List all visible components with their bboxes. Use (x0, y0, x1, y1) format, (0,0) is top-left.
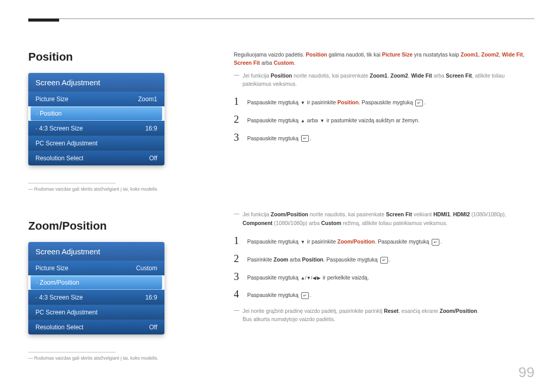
menu-value: 16:9 (145, 294, 157, 301)
menu-row-position[interactable]: ·Position (30, 106, 162, 121)
page-number: 99 (519, 364, 534, 381)
top-rule (28, 18, 534, 19)
footnote-1: Rodomas vaizdas gali skirtis atsižvelgia… (28, 186, 175, 192)
footnote-2: Rodomas vaizdas gali skirtis atsižvelgia… (28, 356, 175, 361)
menu-label: ·4:3 Screen Size (35, 294, 83, 301)
menu-label: ·4:3 Screen Size (35, 125, 83, 132)
step-2: 2 Pasirinkite Zoom arba Position. Paspau… (234, 253, 534, 264)
enter-icon: ↵ (432, 239, 439, 246)
menu-value: 16:9 (145, 125, 157, 132)
enter-icon: ↵ (380, 257, 388, 264)
menu-panel-zoom-position: Screen Adjustment Picture Size Custom ·Z… (28, 242, 164, 334)
step-1: 1 Paspauskite mygtuką ▼ ir pasirinkite Z… (234, 235, 534, 246)
left-column: Position Screen Adjustment Picture Size … (28, 50, 175, 361)
steps-zoom-position: 1 Paspauskite mygtuką ▼ ir pasirinkite Z… (234, 235, 534, 300)
steps-position: 1 Paspauskite mygtuką ▼ ir pasirinkite P… (234, 96, 534, 142)
arrows-icon: ▲/▼/◀/▶ (301, 274, 321, 282)
menu-row-43[interactable]: ·4:3 Screen Size 16:9 (28, 121, 164, 136)
note-3: ― Jei norite grąžinti pradinę vaizdo pad… (234, 307, 534, 324)
menu-header: Screen Adjustment (28, 73, 164, 91)
step-3: 3 Paspauskite mygtuką ↵. (234, 132, 534, 143)
footnote-rule (28, 352, 116, 352)
menu-label: Resolution Select (35, 324, 83, 331)
menu-label: Picture Size (35, 96, 68, 103)
menu-row-pc[interactable]: PC Screen Adjustment (28, 305, 164, 320)
down-icon: ▼ (301, 238, 305, 246)
step-3: 3 Paspauskite mygtuką ▲/▼/◀/▶ ir perkelk… (234, 271, 534, 282)
menu-value: Custom (136, 265, 157, 272)
menu-row-zoom-position[interactable]: ·Zoom/Position (30, 275, 162, 290)
menu-header: Screen Adjustment (28, 242, 164, 260)
note-1: ― Jei funkcija Position norite naudotis,… (234, 71, 534, 88)
dash-icon: ― (234, 307, 239, 324)
title-zoom-position: Zoom/Position (28, 219, 175, 233)
right-column: Reguliuojama vaizdo padėtis. Position ga… (234, 50, 534, 324)
dash-icon: ― (234, 71, 239, 88)
footnote-rule (28, 183, 116, 183)
menu-label: Resolution Select (35, 155, 83, 162)
menu-value: Off (149, 324, 157, 331)
title-position: Position (28, 50, 175, 64)
dash-icon: ― (234, 210, 239, 227)
step-2: 2 Paspauskite mygtuką ▲ arba ▼ ir pastum… (234, 114, 534, 125)
up-icon: ▲ (301, 117, 305, 124)
menu-panel-position: Screen Adjustment Picture Size Zoom1 ·Po… (28, 73, 164, 165)
menu-row-pc[interactable]: PC Screen Adjustment (28, 136, 164, 151)
menu-label: Picture Size (35, 265, 68, 272)
menu-row-resolution[interactable]: Resolution Select Off (28, 151, 164, 165)
menu-label: ·Position (36, 110, 62, 117)
menu-label: PC Screen Adjustment (35, 309, 98, 316)
menu-value: Off (149, 155, 157, 162)
intro-para: Reguliuojama vaizdo padėtis. Position ga… (234, 50, 534, 67)
down-icon: ▼ (320, 117, 325, 124)
menu-label: ·Zoom/Position (36, 279, 79, 286)
menu-row-picture-size[interactable]: Picture Size Zoom1 (28, 91, 164, 106)
menu-row-43[interactable]: ·4:3 Screen Size 16:9 (28, 290, 164, 305)
step-4: 4 Paspauskite mygtuką ↵. (234, 289, 534, 300)
top-accent (28, 18, 59, 22)
down-icon: ▼ (301, 99, 305, 106)
menu-label: PC Screen Adjustment (35, 140, 98, 147)
note-2: ― Jei funkcija Zoom/Position norite naud… (234, 210, 534, 227)
menu-row-resolution[interactable]: Resolution Select Off (28, 320, 164, 334)
menu-value: Zoom1 (138, 96, 157, 103)
menu-row-picture-size[interactable]: Picture Size Custom (28, 260, 164, 275)
step-1: 1 Paspauskite mygtuką ▼ ir pasirinkite P… (234, 96, 534, 107)
enter-icon: ↵ (301, 135, 309, 142)
enter-icon: ↵ (301, 292, 309, 299)
enter-icon: ↵ (415, 100, 423, 106)
